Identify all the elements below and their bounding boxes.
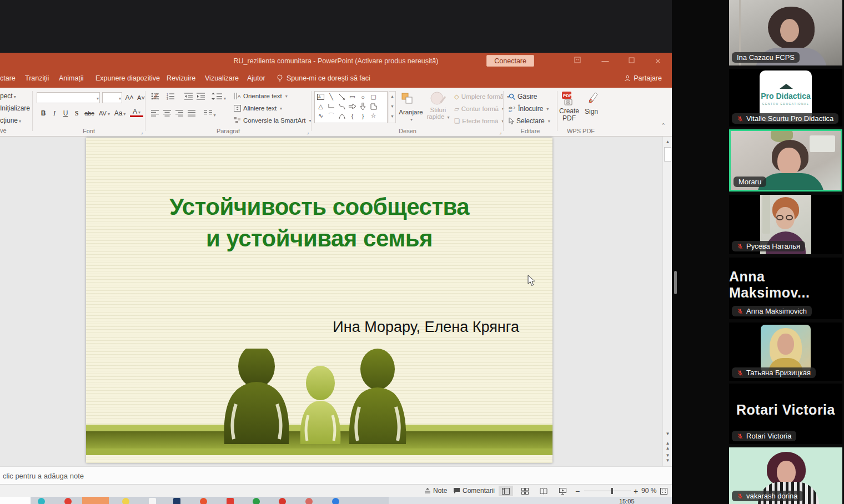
shape-arc-icon[interactable]: ⌒ <box>326 111 336 120</box>
notes-pane[interactable]: clic pentru a adăuga note <box>0 466 672 484</box>
shape-rectangle-icon[interactable]: ▭ <box>347 92 358 102</box>
align-text-button[interactable]: Aliniere text▾ <box>234 105 282 112</box>
tab-tranzitii[interactable]: Tranziții <box>25 74 49 82</box>
taskbar-icon[interactable] <box>305 498 313 504</box>
reset-button-cut[interactable]: Inițializare <box>0 104 30 112</box>
shape-scribble-icon[interactable]: ∿ <box>315 111 326 120</box>
tab-revizuire[interactable]: Revizuire <box>167 74 195 82</box>
shape-curve-icon[interactable] <box>336 111 347 120</box>
next-slide-icon[interactable]: ▼▼ <box>663 453 672 462</box>
drawing-dialog-launcher-icon[interactable]: ⌟ <box>499 129 501 135</box>
shape-star-icon[interactable]: ☆ <box>368 111 379 120</box>
shape-fill-button[interactable]: ◇ Umplere formă▾ <box>454 93 509 100</box>
font-dialog-launcher-icon[interactable]: ⌟ <box>140 129 143 135</box>
arrange-button[interactable]: Aranjare▾ <box>396 109 425 122</box>
sign-button[interactable]: Sign <box>580 108 602 115</box>
participant-tile-active-speaker[interactable]: Moraru <box>729 129 842 191</box>
family-graphic[interactable] <box>219 349 425 448</box>
replace-button[interactable]: abac Înlocuire▾ <box>509 105 549 113</box>
participant-tile[interactable]: vakarash dorina <box>729 447 842 504</box>
ribbon-display-options-icon[interactable] <box>569 56 586 67</box>
find-button[interactable]: Găsire <box>509 93 537 100</box>
reading-view-button[interactable] <box>536 486 551 496</box>
tab-vizualizare[interactable]: Vizualizare <box>205 74 239 82</box>
taskbar-icon[interactable] <box>64 498 72 504</box>
slide-title[interactable]: Устойчивость сообщества и устойчивая сем… <box>86 191 552 254</box>
change-case-button[interactable]: Aa▾ <box>113 108 127 119</box>
taskbar-icon[interactable] <box>122 498 129 504</box>
taskbar-icon[interactable] <box>227 498 234 504</box>
tab-proiectare-cut[interactable]: ctare <box>0 74 16 82</box>
shape-arrow-right-icon[interactable] <box>347 102 358 111</box>
shape-effects-button[interactable]: ❏ Efecte formă▾ <box>454 117 504 125</box>
slideshow-view-button[interactable] <box>555 486 570 496</box>
shape-line-icon[interactable]: ╲ <box>326 92 336 102</box>
shape-triangle-icon[interactable]: △ <box>315 102 326 111</box>
font-name-input[interactable] <box>37 92 100 103</box>
shapes-gallery[interactable]: A ╲ ▭ ○ ▢ △ <box>314 91 388 123</box>
close-icon[interactable]: × <box>650 56 666 67</box>
notes-toggle-button[interactable]: Note <box>424 487 447 495</box>
previous-slide-icon[interactable]: ▲▲ <box>663 441 672 450</box>
shadow-button[interactable]: S <box>71 108 82 119</box>
zoom-percent[interactable]: 90 % <box>641 487 656 495</box>
tab-ajutor[interactable]: Ajutor <box>247 74 265 82</box>
scroll-up-icon[interactable]: ▲ <box>663 138 672 147</box>
shape-curved-connector-icon[interactable] <box>336 102 347 111</box>
strikethrough-button[interactable]: abc <box>82 108 97 119</box>
italic-button[interactable]: I <box>49 108 60 119</box>
participant-tile[interactable]: Pro Didactica CENTRU EDUCATIONAL Vitalie… <box>729 69 842 127</box>
slide-scrollbar[interactable]: ▲ ▼ ▲▲ ▼▼ <box>662 137 672 466</box>
increase-indent-icon[interactable] <box>195 92 206 103</box>
tell-me-box[interactable]: Spune-mi ce dorești să faci <box>277 74 370 82</box>
create-pdf-button[interactable]: Create PDF <box>558 108 580 122</box>
zoom-in-icon[interactable]: + <box>634 487 638 496</box>
font-size-combo[interactable]: ▾ <box>102 92 122 103</box>
scrollbar-thumb[interactable] <box>664 147 671 162</box>
bold-button[interactable]: B <box>38 108 49 119</box>
bullets-icon[interactable] <box>149 92 160 103</box>
tab-animatii[interactable]: Animații <box>59 74 83 82</box>
slide-authors[interactable]: Ина Морару, Елена Крянга <box>333 319 519 336</box>
taskbar-icon[interactable] <box>149 498 156 504</box>
shape-elbow-connector-icon[interactable] <box>326 102 336 111</box>
slide-sorter-view-button[interactable] <box>518 486 532 496</box>
zoom-slider-track[interactable] <box>584 491 631 491</box>
font-name-combo[interactable]: ▾ <box>37 92 100 103</box>
taskbar-icon[interactable] <box>38 498 45 504</box>
decrease-indent-icon[interactable] <box>183 92 194 103</box>
paragraph-dialog-launcher-icon[interactable]: ⌟ <box>307 129 309 135</box>
connect-button[interactable]: Conectare <box>486 55 534 67</box>
shape-arrow-line-icon[interactable] <box>336 92 347 102</box>
shape-rounded-rectangle-icon[interactable]: ▢ <box>368 92 379 102</box>
align-center-icon[interactable] <box>162 109 173 120</box>
tab-expunere-diapozitive[interactable]: Expunere diapozitive <box>96 74 160 82</box>
share-button[interactable]: Partajare <box>624 74 662 82</box>
collapse-ribbon-icon[interactable]: ⌃ <box>661 122 666 129</box>
shape-right-brace-icon[interactable]: } <box>358 111 368 120</box>
shapes-gallery-scrollbar[interactable]: ▲▼▼ <box>389 91 396 123</box>
taskbar-icon[interactable] <box>279 498 286 504</box>
text-direction-button[interactable]: A Orientare text▾ <box>234 93 288 99</box>
taskbar-icon[interactable] <box>253 498 260 504</box>
quick-styles-button[interactable]: Stiluri rapide ▾ <box>425 107 451 121</box>
taskbar-icon[interactable] <box>173 498 180 504</box>
shape-outline-button[interactable]: ▱ Contur formă▾ <box>454 105 504 113</box>
participant-tile[interactable]: Ina Cazacu FCPS <box>729 0 842 65</box>
character-spacing-button[interactable]: AV▾ <box>98 108 111 119</box>
participant-tile[interactable]: Rotari Victoria Rotari Victoria <box>729 384 842 444</box>
participant-tile[interactable]: Татьяна Бризицкая <box>729 322 842 381</box>
zoom-slider-thumb[interactable] <box>611 488 613 494</box>
shape-left-brace-icon[interactable]: { <box>347 111 358 120</box>
shape-corner-icon[interactable] <box>368 102 379 111</box>
scroll-down-icon[interactable]: ▼ <box>663 430 672 439</box>
columns-icon[interactable]: ▾ <box>203 109 217 120</box>
justify-icon[interactable] <box>186 109 197 120</box>
participant-tile[interactable]: Anna Maksimov... Anna Maksimovich <box>729 258 842 319</box>
participant-tile[interactable]: Русева Наталья <box>729 195 842 254</box>
zoom-out-icon[interactable]: − <box>575 487 580 496</box>
taskbar-icon[interactable] <box>200 498 207 504</box>
section-button-cut[interactable]: cțiune▾ <box>0 117 21 124</box>
align-left-icon[interactable] <box>149 109 160 120</box>
taskbar-active-app[interactable] <box>82 497 109 504</box>
